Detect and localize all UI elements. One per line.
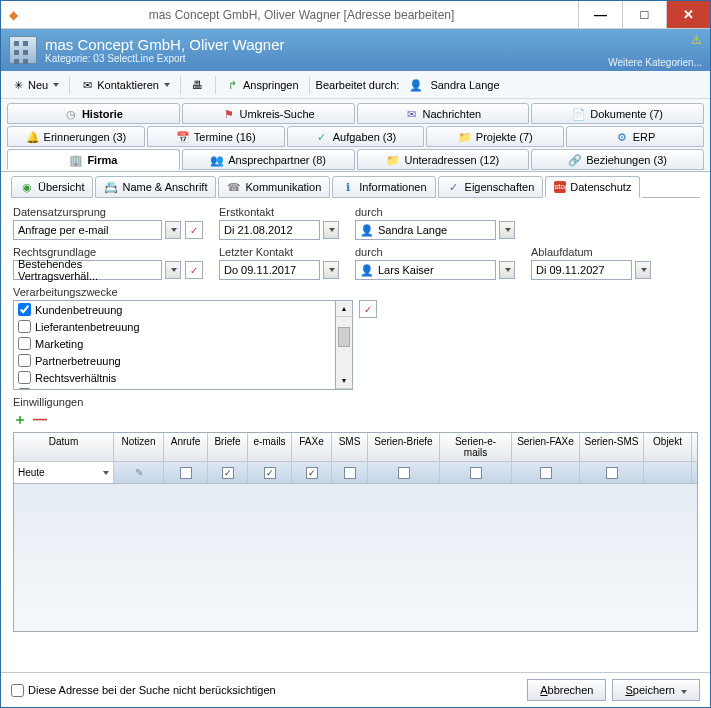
tab-firma[interactable]: 🏢Firma <box>7 149 180 170</box>
form-area: Datensatzursprung Anfrage per e-mail ✓ E… <box>1 198 710 640</box>
tab-umkreis[interactable]: ⚑Umkreis-Suche <box>182 103 355 124</box>
cell-faxe[interactable] <box>292 462 332 483</box>
minimize-button[interactable]: — <box>578 1 622 28</box>
subtab-kommunikation[interactable]: ☎Kommunikation <box>218 176 330 198</box>
flag-button[interactable]: ✓ <box>359 300 377 318</box>
cell-sms[interactable] <box>332 462 368 483</box>
tab-nachrichten[interactable]: ✉Nachrichten <box>357 103 530 124</box>
checkbox[interactable] <box>18 388 31 390</box>
col-serien-emails[interactable]: Serien-e-mails <box>440 433 512 461</box>
new-button[interactable]: ✳Neu <box>7 76 63 94</box>
checkbox[interactable] <box>18 320 31 333</box>
chevron-down-icon[interactable] <box>165 261 181 279</box>
message-icon: ✉ <box>405 107 419 121</box>
zwecke-item-kundenbetreuung[interactable]: Kundenbetreuung <box>14 301 335 318</box>
durch2-combo[interactable]: 👤Lars Kaiser <box>355 260 496 280</box>
tab-row-2: 🔔Erinnerungen (3) 📅Termine (16) ✓Aufgabe… <box>7 126 704 147</box>
letzter-kontakt-date[interactable]: Do 09.11.2017 <box>219 260 320 280</box>
tab-dokumente[interactable]: 📄Dokumente (7) <box>531 103 704 124</box>
chevron-down-icon[interactable] <box>323 221 339 239</box>
tab-erp[interactable]: ⚙ERP <box>566 126 704 147</box>
jump-button[interactable]: ↱Anspringen <box>222 76 303 94</box>
erstkontakt-date[interactable]: Di 21.08.2012 <box>219 220 320 240</box>
col-objekt[interactable]: Objekt <box>644 433 692 461</box>
cell-serien-faxe[interactable] <box>512 462 580 483</box>
col-datum[interactable]: Datum <box>14 433 114 461</box>
chevron-down-icon[interactable] <box>323 261 339 279</box>
add-row-button[interactable]: ＋ <box>13 411 27 429</box>
chevron-down-icon[interactable] <box>499 221 515 239</box>
cell-emails[interactable] <box>248 462 292 483</box>
maximize-button[interactable]: □ <box>622 1 666 28</box>
print-button[interactable]: 🖶 <box>187 76 209 94</box>
cell-anrufe[interactable] <box>164 462 208 483</box>
checkbox[interactable] <box>18 354 31 367</box>
col-serien-sms[interactable]: Serien-SMS <box>580 433 644 461</box>
subtab-eigenschaften[interactable]: ✓Eigenschaften <box>438 176 544 198</box>
zwecke-list[interactable]: Kundenbetreuung Lieferantenbetreuung Mar… <box>13 300 336 390</box>
chevron-down-icon[interactable] <box>499 261 515 279</box>
edited-by-user[interactable]: 👤Sandra Lange <box>405 76 503 94</box>
zwecke-scrollbar[interactable]: ▴ ▾ <box>336 300 353 390</box>
col-briefe[interactable]: Briefe <box>208 433 248 461</box>
ablaufdatum-date[interactable]: Di 09.11.2027 <box>531 260 632 280</box>
cell-notizen[interactable]: ✎ <box>114 462 164 483</box>
exclude-search-checkbox[interactable] <box>11 684 24 697</box>
form-row-3: Verarbeitungszwecke Kundenbetreuung Lief… <box>13 286 698 390</box>
subtab-name-anschrift[interactable]: 📇Name & Anschrift <box>95 176 216 198</box>
chevron-down-icon[interactable] <box>635 261 651 279</box>
col-sms[interactable]: SMS <box>332 433 368 461</box>
scroll-thumb[interactable] <box>338 327 350 347</box>
tab-beziehungen[interactable]: 🔗Beziehungen (3) <box>531 149 704 170</box>
cell-serien-emails[interactable] <box>440 462 512 483</box>
zwecke-item-rechtsverhaeltnis[interactable]: Rechtsverhältnis <box>14 369 335 386</box>
col-anrufe[interactable]: Anrufe <box>164 433 208 461</box>
durch1-combo[interactable]: 👤Sandra Lange <box>355 220 496 240</box>
einwilligungen-section: Einwilligungen ＋ — Datum Notizen Anrufe … <box>13 396 698 632</box>
col-serien-faxe[interactable]: Serien-FAXe <box>512 433 580 461</box>
col-notizen[interactable]: Notizen <box>114 433 164 461</box>
tab-termine[interactable]: 📅Termine (16) <box>147 126 285 147</box>
save-button[interactable]: Speichern <box>612 679 700 701</box>
cell-serien-sms[interactable] <box>580 462 644 483</box>
cell-objekt[interactable] <box>644 462 692 483</box>
zwecke-item-lieferantenbetreuung[interactable]: Lieferantenbetreuung <box>14 318 335 335</box>
tab-row-1: ◷Historie ⚑Umkreis-Suche ✉Nachrichten 📄D… <box>7 103 704 124</box>
zwecke-item-partnerbetreuung[interactable]: Partnerbetreuung <box>14 352 335 369</box>
cancel-button[interactable]: Abbrechen <box>527 679 606 701</box>
flag-button[interactable]: ✓ <box>185 261 203 279</box>
relations-icon: 🔗 <box>568 153 582 167</box>
tab-erinnerungen[interactable]: 🔔Erinnerungen (3) <box>7 126 145 147</box>
col-emails[interactable]: e-mails <box>248 433 292 461</box>
scroll-down-icon[interactable]: ▾ <box>336 373 352 389</box>
close-button[interactable]: ✕ <box>666 1 710 28</box>
flag-button[interactable]: ✓ <box>185 221 203 239</box>
remove-row-button[interactable]: — <box>33 411 47 429</box>
more-categories-link[interactable]: Weitere Kategorien... <box>608 57 702 68</box>
cell-briefe[interactable] <box>208 462 248 483</box>
subtab-datenschutz[interactable]: stopDatenschutz <box>545 176 640 198</box>
grid-row[interactable]: Heute ✎ <box>14 462 697 484</box>
chevron-down-icon[interactable] <box>165 221 181 239</box>
datensatzursprung-combo[interactable]: Anfrage per e-mail <box>13 220 162 240</box>
chevron-down-icon[interactable] <box>103 471 109 475</box>
tab-aufgaben[interactable]: ✓Aufgaben (3) <box>287 126 425 147</box>
col-serien-briefe[interactable]: Serien-Briefe <box>368 433 440 461</box>
zwecke-item-marketing[interactable]: Marketing <box>14 335 335 352</box>
rechtsgrundlage-combo[interactable]: Bestehendes Vertragsverhäl... <box>13 260 162 280</box>
tab-ansprechpartner[interactable]: 👥Ansprechpartner (8) <box>182 149 355 170</box>
subtab-uebersicht[interactable]: ◉Übersicht <box>11 176 93 198</box>
tab-historie[interactable]: ◷Historie <box>7 103 180 124</box>
cell-datum[interactable]: Heute <box>14 462 114 483</box>
contact-button[interactable]: ✉Kontaktieren <box>76 76 174 94</box>
tab-unteradressen[interactable]: 📁Unteradressen (12) <box>357 149 530 170</box>
zwecke-item-support[interactable]: Support <box>14 386 335 390</box>
scroll-up-icon[interactable]: ▴ <box>336 301 352 317</box>
checkbox[interactable] <box>18 337 31 350</box>
subtab-informationen[interactable]: ℹInformationen <box>332 176 435 198</box>
cell-serien-briefe[interactable] <box>368 462 440 483</box>
checkbox[interactable] <box>18 303 31 316</box>
col-faxe[interactable]: FAXe <box>292 433 332 461</box>
tab-projekte[interactable]: 📁Projekte (7) <box>426 126 564 147</box>
checkbox[interactable] <box>18 371 31 384</box>
